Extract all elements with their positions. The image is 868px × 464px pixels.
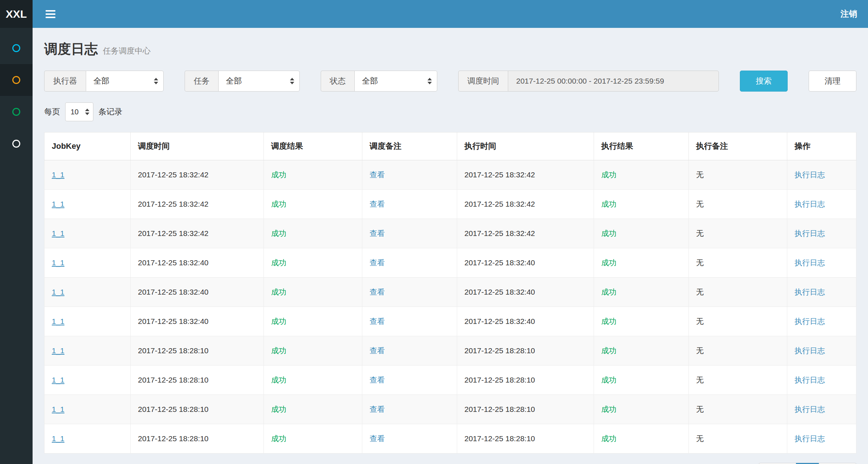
execution-log-link[interactable]: 执行日志 <box>795 170 825 179</box>
execution-log-link[interactable]: 执行日志 <box>795 376 825 384</box>
action-cell: 执行日志 <box>787 307 856 336</box>
executor-filter-label: 执行器 <box>44 71 86 92</box>
handle-result-status: 成功 <box>601 170 616 179</box>
page-size-select[interactable]: 10 <box>65 102 93 121</box>
jobkey-link[interactable]: 1_1 <box>52 405 64 413</box>
handle-remark-cell: 无 <box>689 160 787 190</box>
page-size-prefix-label: 每页 <box>44 106 60 117</box>
execution-log-link[interactable]: 执行日志 <box>795 317 825 325</box>
clear-log-button[interactable]: 清理 <box>809 71 856 92</box>
jobkey-link[interactable]: 1_1 <box>52 434 64 443</box>
jobkey-link[interactable]: 1_1 <box>52 200 64 208</box>
handle-result-status: 成功 <box>601 200 616 208</box>
sidebar-toggle-button[interactable] <box>43 7 58 21</box>
trigger-remark-cell: 查看 <box>362 219 457 248</box>
execution-log-link[interactable]: 执行日志 <box>795 434 825 443</box>
handle-result-cell: 成功 <box>594 307 689 336</box>
execution-log-link[interactable]: 执行日志 <box>795 288 825 296</box>
execution-log-link[interactable]: 执行日志 <box>795 200 825 208</box>
jobkey-link[interactable]: 1_1 <box>52 170 64 179</box>
page-size-select-value: 10 <box>71 108 79 116</box>
status-select[interactable]: 全部 <box>354 71 437 92</box>
trigger-result-status: 成功 <box>271 405 286 413</box>
main-content: 调度日志 任务调度中心 执行器 全部 任务 全部 状态 全部 调度时 <box>33 28 868 464</box>
execution-log-link[interactable]: 执行日志 <box>795 258 825 267</box>
trigger-remark-link[interactable]: 查看 <box>370 170 385 179</box>
trigger-remark-link[interactable]: 查看 <box>370 258 385 267</box>
handle-result-status: 成功 <box>601 317 616 325</box>
action-cell: 执行日志 <box>787 160 856 190</box>
jobkey-cell: 1_1 <box>45 160 131 190</box>
jobkey-link[interactable]: 1_1 <box>52 258 64 267</box>
trigger-remark-link[interactable]: 查看 <box>370 200 385 208</box>
trigger-time-cell: 2017-12-25 18:32:42 <box>131 219 264 248</box>
trigger-remark-cell: 查看 <box>362 160 457 190</box>
trigger-result-status: 成功 <box>271 229 286 237</box>
col-header-handle-remark: 执行备注 <box>689 132 787 160</box>
jobkey-cell: 1_1 <box>45 248 131 278</box>
job-select[interactable]: 全部 <box>218 71 300 92</box>
trigger-remark-link[interactable]: 查看 <box>370 376 385 384</box>
page-header: 调度日志 任务调度中心 <box>44 40 856 58</box>
circle-icon <box>12 44 20 52</box>
handle-time-cell: 2017-12-25 18:32:42 <box>457 190 594 219</box>
handle-time-cell: 2017-12-25 18:28:10 <box>457 336 594 366</box>
trigger-result-status: 成功 <box>271 258 286 267</box>
trigger-time-cell: 2017-12-25 18:28:10 <box>131 395 264 424</box>
col-header-action: 操作 <box>787 132 856 160</box>
app-logo[interactable]: XXL <box>0 0 33 28</box>
circle-icon <box>12 108 20 116</box>
trigger-time-cell: 2017-12-25 18:28:10 <box>131 336 264 366</box>
jobkey-link[interactable]: 1_1 <box>52 288 64 296</box>
log-table-row: 1_1 2017-12-25 18:28:10 成功 查看 2017-12-25… <box>45 366 856 395</box>
handle-remark-cell: 无 <box>689 336 787 366</box>
execution-log-link[interactable]: 执行日志 <box>795 405 825 413</box>
log-table-row: 1_1 2017-12-25 18:32:40 成功 查看 2017-12-25… <box>45 278 856 307</box>
handle-time-cell: 2017-12-25 18:28:10 <box>457 366 594 395</box>
handle-time-cell: 2017-12-25 18:32:40 <box>457 278 594 307</box>
trigger-result-cell: 成功 <box>264 424 362 454</box>
sidebar-item-2[interactable] <box>0 64 33 96</box>
logout-link[interactable]: 注销 <box>840 8 857 20</box>
handle-result-cell: 成功 <box>594 336 689 366</box>
trigger-remark-link[interactable]: 查看 <box>370 434 385 443</box>
log-table-row: 1_1 2017-12-25 18:32:40 成功 查看 2017-12-25… <box>45 248 856 278</box>
jobkey-link[interactable]: 1_1 <box>52 376 64 384</box>
action-cell: 执行日志 <box>787 248 856 278</box>
trigger-remark-link[interactable]: 查看 <box>370 405 385 413</box>
trigger-result-cell: 成功 <box>264 278 362 307</box>
trigger-result-status: 成功 <box>271 288 286 296</box>
trigger-result-cell: 成功 <box>264 395 362 424</box>
trigger-remark-link[interactable]: 查看 <box>370 229 385 237</box>
trigger-remark-link[interactable]: 查看 <box>370 288 385 296</box>
trigger-time-filter-group: 调度时间 <box>458 71 719 92</box>
sidebar-item-4[interactable] <box>0 128 33 160</box>
trigger-time-cell: 2017-12-25 18:32:40 <box>131 307 264 336</box>
col-header-trigger-time: 调度时间 <box>131 132 264 160</box>
jobkey-link[interactable]: 1_1 <box>52 317 64 325</box>
handle-result-cell: 成功 <box>594 160 689 190</box>
sidebar-item-1[interactable] <box>0 32 33 64</box>
select-arrows-icon <box>154 78 158 84</box>
trigger-remark-link[interactable]: 查看 <box>370 317 385 325</box>
handle-time-cell: 2017-12-25 18:32:42 <box>457 219 594 248</box>
trigger-time-cell: 2017-12-25 18:32:42 <box>131 190 264 219</box>
execution-log-link[interactable]: 执行日志 <box>795 229 825 237</box>
executor-select[interactable]: 全部 <box>86 71 164 92</box>
handle-result-cell: 成功 <box>594 219 689 248</box>
handle-result-status: 成功 <box>601 405 616 413</box>
trigger-remark-cell: 查看 <box>362 366 457 395</box>
trigger-remark-link[interactable]: 查看 <box>370 346 385 355</box>
log-table-row: 1_1 2017-12-25 18:32:42 成功 查看 2017-12-25… <box>45 190 856 219</box>
log-table-header: JobKey 调度时间 调度结果 调度备注 执行时间 执行结果 执行备注 操作 <box>45 132 856 160</box>
trigger-time-range-input[interactable] <box>508 71 719 92</box>
jobkey-link[interactable]: 1_1 <box>52 346 64 355</box>
execution-log-link[interactable]: 执行日志 <box>795 346 825 355</box>
handle-result-status: 成功 <box>601 288 616 296</box>
page-size-control: 每页 10 条记录 <box>44 102 856 121</box>
jobkey-link[interactable]: 1_1 <box>52 229 64 237</box>
search-button[interactable]: 搜索 <box>740 71 788 92</box>
trigger-remark-cell: 查看 <box>362 424 457 454</box>
sidebar-item-3[interactable] <box>0 96 33 128</box>
action-cell: 执行日志 <box>787 336 856 366</box>
